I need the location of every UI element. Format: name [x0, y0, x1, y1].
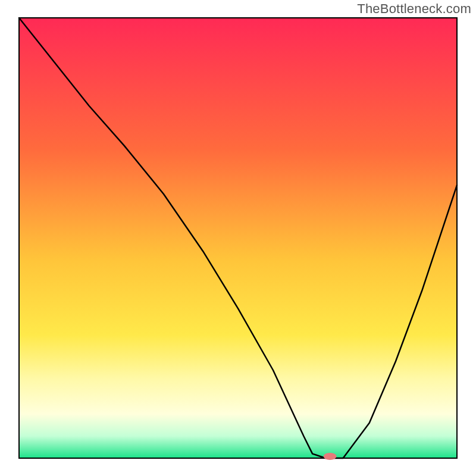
optimal-marker	[324, 453, 337, 460]
plot-background	[19, 18, 457, 458]
bottleneck-chart: TheBottleneck.com	[0, 0, 476, 476]
watermark-text: TheBottleneck.com	[357, 1, 471, 17]
chart-svg	[0, 0, 476, 476]
